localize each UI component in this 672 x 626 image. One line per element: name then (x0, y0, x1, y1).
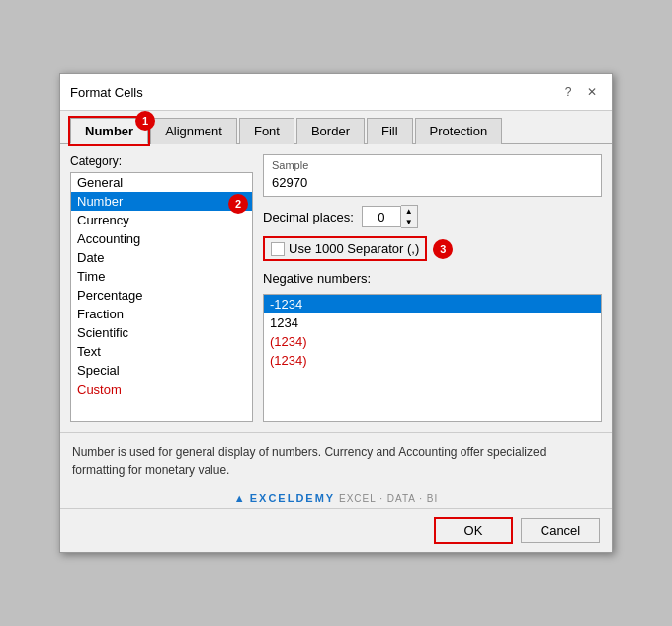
watermark-text: exceldemy (250, 492, 335, 504)
category-scientific[interactable]: Scientific (71, 323, 252, 342)
neg-item-1[interactable]: -1234 (264, 295, 601, 313)
title-bar-right: ? ✕ (558, 82, 602, 102)
sample-value: 62970 (272, 173, 593, 192)
negative-list[interactable]: -1234 1234 (1234) (1234) (263, 294, 602, 422)
left-panel: Category: General Number 2 Currency Acco… (70, 154, 253, 422)
tab-alignment[interactable]: Alignment (150, 118, 237, 144)
description-area: Number is used for general display of nu… (60, 432, 612, 489)
separator-label: Use 1000 Separator (,) (289, 241, 419, 256)
category-accounting[interactable]: Accounting (71, 229, 252, 248)
decimal-row: Decimal places: ▲ ▼ (263, 205, 602, 228)
tab-number[interactable]: Number 1 (70, 118, 148, 144)
watermark: ▲ exceldemy EXCEL · DATA · BI (60, 489, 612, 508)
format-cells-dialog: Format Cells ? ✕ Number 1 Alignment Font… (59, 73, 613, 553)
badge-2: 2 (228, 194, 248, 214)
badge-1: 1 (135, 111, 155, 131)
neg-item-2[interactable]: 1234 (264, 313, 601, 332)
category-number[interactable]: Number 2 (71, 192, 252, 211)
cancel-button[interactable]: Cancel (521, 518, 600, 543)
category-label: Category: (70, 154, 253, 168)
category-currency[interactable]: Currency (71, 211, 252, 229)
tab-font[interactable]: Font (239, 118, 294, 144)
spinner-up[interactable]: ▲ (401, 206, 417, 217)
decimal-input[interactable] (362, 206, 401, 227)
category-special[interactable]: Special (71, 361, 252, 380)
decimal-label: Decimal places: (263, 210, 354, 224)
right-panel: Sample 62970 Decimal places: ▲ ▼ Us (263, 154, 602, 422)
title-bar: Format Cells ? ✕ (60, 74, 612, 111)
title-bar-left: Format Cells (70, 85, 143, 100)
tab-fill[interactable]: Fill (367, 118, 413, 144)
spinner-down[interactable]: ▼ (401, 217, 417, 227)
category-date[interactable]: Date (71, 248, 252, 267)
dialog-title: Format Cells (70, 85, 143, 100)
sample-label: Sample (272, 159, 593, 171)
separator-checkbox[interactable] (271, 242, 285, 256)
neg-item-3[interactable]: (1234) (264, 332, 601, 351)
negative-label: Negative numbers: (263, 271, 602, 286)
tab-protection[interactable]: Protection (415, 118, 503, 144)
ok-button[interactable]: OK (434, 517, 513, 544)
category-fraction[interactable]: Fraction (71, 305, 252, 323)
help-button[interactable]: ? (558, 82, 578, 102)
separator-row: Use 1000 Separator (,) 3 (263, 236, 602, 261)
category-text[interactable]: Text (71, 342, 252, 361)
separator-wrapper: Use 1000 Separator (,) (263, 236, 427, 261)
badge-3: 3 (433, 239, 453, 259)
main-content: Category: General Number 2 Currency Acco… (60, 144, 612, 432)
sample-box: Sample 62970 (263, 154, 602, 197)
close-button[interactable]: ✕ (582, 82, 602, 102)
tab-bar: Number 1 Alignment Font Border Fill Prot… (60, 111, 612, 144)
button-bar: OK Cancel (60, 508, 612, 552)
category-time[interactable]: Time (71, 267, 252, 286)
tab-border[interactable]: Border (296, 118, 365, 144)
category-percentage[interactable]: Percentage (71, 286, 252, 305)
neg-item-4[interactable]: (1234) (264, 351, 601, 370)
decimal-spinner[interactable]: ▲ ▼ (362, 205, 418, 228)
description-text: Number is used for general display of nu… (72, 445, 546, 477)
category-general[interactable]: General (71, 173, 252, 192)
spinner-buttons: ▲ ▼ (401, 205, 418, 228)
category-custom[interactable]: Custom (71, 380, 252, 399)
category-list[interactable]: General Number 2 Currency Accounting Dat… (70, 172, 253, 422)
